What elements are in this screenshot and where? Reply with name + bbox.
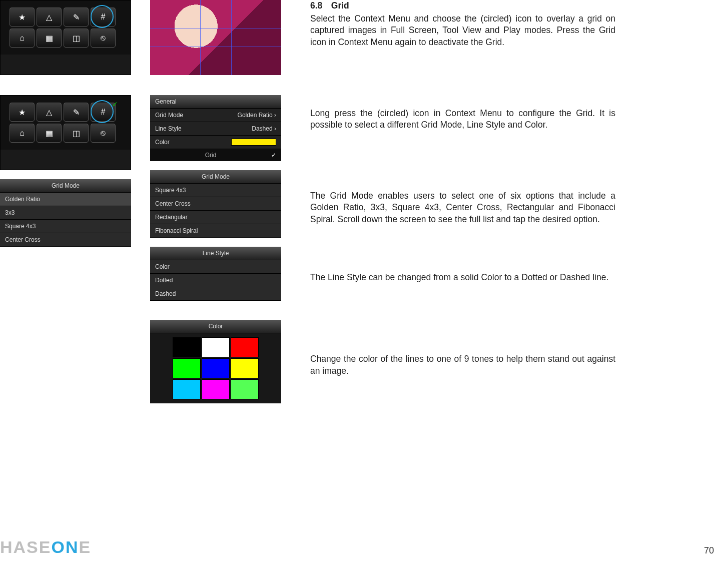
thumbnails-icon[interactable]: ▦	[37, 29, 62, 48]
setting-label: Grid Mode	[155, 112, 183, 119]
color-grid	[150, 333, 281, 403]
option-fibonacci-spiral[interactable]: Fibonacci Spiral	[150, 224, 281, 238]
screenshot-context-menu-2: ★ △ ✎ # ✓ ⌂ ▦ ◫ ⎋	[0, 95, 131, 170]
page-number: 70	[704, 545, 714, 556]
paragraph-2: Long press the (circled) icon in Context…	[310, 108, 615, 131]
checkmark-icon: ✓	[112, 100, 118, 108]
eyedropper-icon[interactable]: ✎	[64, 103, 89, 122]
warning-icon[interactable]: △	[37, 8, 62, 27]
panel-line-style: Line Style Color Dotted Dashed	[150, 247, 281, 301]
swatch-blue[interactable]	[202, 358, 230, 378]
panel-header: Line Style	[150, 247, 281, 260]
panel-grid-mode-b: Grid Mode Square 4x3 Center Cross Rectan…	[150, 170, 281, 238]
swatch-lime[interactable]	[231, 379, 259, 399]
star-icon[interactable]: ★	[10, 103, 35, 122]
chevron-right-icon: ›	[274, 112, 276, 119]
settings-footer-label: Grid	[205, 152, 217, 159]
paragraph-4: The Line Style can be changed from a sol…	[310, 272, 615, 284]
section-title: 6.8 Grid	[310, 0, 615, 12]
panel-grid-mode-a: Grid Mode Golden Ratio 3x3 Square 4x3 Ce…	[0, 179, 131, 247]
screenshot-context-menu-1: ★ △ ✎ # ⌂ ▦ ◫ ⎋	[0, 0, 131, 75]
paragraph-1: Select the Context Menu and choose the (…	[310, 13, 615, 49]
swatch-red[interactable]	[231, 337, 259, 357]
page: ★ △ ✎ # ⌂ ▦ ◫ ⎋ ★ △ ✎ # ✓ ⌂	[0, 0, 728, 567]
option-center-cross[interactable]: Center Cross	[0, 233, 131, 247]
setting-row-grid-mode[interactable]: Grid Mode Golden Ratio ›	[150, 109, 281, 122]
setting-row-line-style[interactable]: Line Style Dashed ›	[150, 122, 281, 136]
brand-logo: HASEONE	[0, 537, 91, 557]
option-color[interactable]: Color	[150, 260, 281, 274]
setting-value: Dashed	[252, 125, 272, 132]
option-3x3[interactable]: 3x3	[0, 206, 131, 220]
panel-header: Grid Mode	[0, 179, 131, 193]
home-icon[interactable]: ⌂	[10, 124, 35, 143]
dual-view-icon[interactable]: ◫	[64, 29, 89, 48]
color-swatch-preview	[231, 139, 276, 146]
checkmark-icon: ✓	[271, 152, 281, 159]
star-icon[interactable]: ★	[10, 8, 35, 27]
option-rectangular[interactable]: Rectangular	[150, 211, 281, 224]
settings-header: General	[150, 95, 281, 109]
setting-row-color[interactable]: Color	[150, 136, 281, 149]
home-icon[interactable]: ⌂	[10, 29, 35, 48]
paragraph-5: Change the color of the lines to one of …	[310, 353, 615, 377]
setting-label: Color	[155, 139, 170, 146]
grid-icon[interactable]: #	[91, 8, 116, 27]
context-menu: ★ △ ✎ # ✓ ⌂ ▦ ◫ ⎋	[1, 96, 131, 150]
paragraph-3: The Grid Mode enables users to select on…	[310, 190, 615, 226]
swatch-green[interactable]	[173, 358, 201, 378]
panel-color: Color	[150, 320, 281, 403]
logo-part-e: E	[79, 537, 91, 556]
thumbnails-icon[interactable]: ▦	[37, 124, 62, 143]
swatch-magenta[interactable]	[202, 379, 230, 399]
option-dotted[interactable]: Dotted	[150, 274, 281, 287]
swatch-white[interactable]	[202, 337, 230, 357]
panel-header: Grid Mode	[150, 170, 281, 184]
panel-header: Color	[150, 320, 281, 333]
option-square-4x3[interactable]: Square 4x3	[150, 184, 281, 197]
option-dashed[interactable]: Dashed	[150, 287, 281, 301]
option-square-4x3[interactable]: Square 4x3	[0, 220, 131, 233]
video-icon[interactable]: ⎋	[91, 124, 116, 143]
warning-icon[interactable]: △	[37, 103, 62, 122]
logo-part-hase: HASE	[0, 537, 51, 556]
swatch-yellow[interactable]	[231, 358, 259, 378]
column-mid: General Grid Mode Golden Ratio › Line St…	[150, 0, 285, 403]
screenshot-photo-with-grid	[150, 0, 281, 75]
column-text: 6.8 Grid Select the Context Menu and cho…	[310, 0, 615, 392]
highlight-circle	[91, 5, 114, 28]
column-left: ★ △ ✎ # ⌂ ▦ ◫ ⎋ ★ △ ✎ # ✓ ⌂	[0, 0, 135, 247]
chevron-right-icon: ›	[274, 125, 276, 132]
grid-overlay	[150, 0, 281, 75]
swatch-black[interactable]	[173, 337, 201, 357]
logo-part-on: ON	[51, 537, 79, 556]
panel-grid-settings: General Grid Mode Golden Ratio › Line St…	[150, 95, 281, 161]
context-menu: ★ △ ✎ # ⌂ ▦ ◫ ⎋	[1, 1, 131, 55]
setting-value: Golden Ratio	[238, 112, 273, 119]
grid-icon[interactable]: # ✓	[91, 103, 116, 122]
settings-footer: Grid ✓	[150, 149, 281, 161]
option-golden-ratio[interactable]: Golden Ratio	[0, 193, 131, 206]
swatch-cyan[interactable]	[173, 379, 201, 399]
option-center-cross[interactable]: Center Cross	[150, 197, 281, 211]
dual-view-icon[interactable]: ◫	[64, 124, 89, 143]
setting-label: Line Style	[155, 125, 182, 132]
video-icon[interactable]: ⎋	[91, 29, 116, 48]
eyedropper-icon[interactable]: ✎	[64, 8, 89, 27]
highlight-circle	[91, 100, 114, 123]
